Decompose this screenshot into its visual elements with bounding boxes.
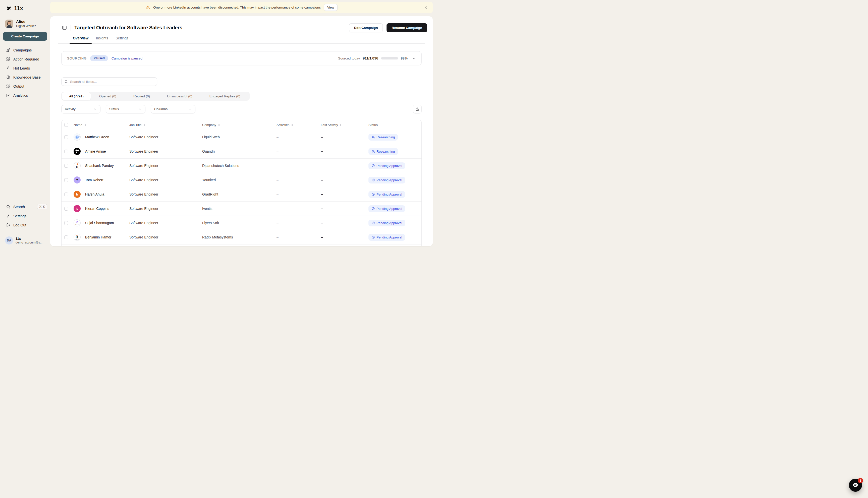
sourcing-percent: 88% xyxy=(401,56,407,60)
lead-activities: – xyxy=(276,235,321,239)
lead-company: Radix Metasystems xyxy=(202,235,276,239)
status-badge: Pending Approval xyxy=(368,177,405,183)
status-label: Researching xyxy=(376,149,395,153)
columns-dropdown[interactable]: Columns xyxy=(151,105,195,114)
filter-tabs: All (7791) Opened (0) Replied (0) Unsucc… xyxy=(61,92,250,101)
edit-campaign-button[interactable]: Edit Campaign xyxy=(349,23,383,32)
sidebar-item-action-required[interactable]: Action Required xyxy=(0,55,50,64)
table-row[interactable]: R RADIX Benjamin Hamor Software Engineer… xyxy=(62,230,422,245)
row-checkbox[interactable] xyxy=(64,235,68,239)
column-header-name[interactable]: Name xyxy=(74,123,129,127)
row-checkbox[interactable] xyxy=(64,193,68,196)
tab-insights[interactable]: Insights xyxy=(96,36,108,43)
sidebar-item-label: Search xyxy=(13,205,25,209)
lead-name: Benjamin Hamor xyxy=(85,235,111,239)
sliders-icon xyxy=(6,214,11,218)
column-header-activities[interactable]: Activities xyxy=(276,123,321,127)
lead-activities: – xyxy=(276,192,321,196)
sidebar-item-settings[interactable]: Settings xyxy=(0,212,50,221)
column-header-last-activity[interactable]: Last Activity xyxy=(321,123,368,127)
table-row[interactable]: b Harsh Ahuja Software Engineer GradRigh… xyxy=(62,187,422,201)
row-checkbox[interactable] xyxy=(64,221,68,225)
row-checkbox[interactable] xyxy=(64,135,68,139)
sidebar-footer: Search ⌘ K Settings Log Out DA xyxy=(0,202,50,249)
banner-close-button[interactable] xyxy=(423,4,429,10)
panel-toggle-icon[interactable] xyxy=(62,25,67,30)
campaign-header: Targeted Outreach for Software Sales Lea… xyxy=(50,16,433,32)
lead-job-title: Software Engineer xyxy=(129,221,202,225)
sidebar-item-analytics[interactable]: Analytics xyxy=(0,91,50,100)
status-label: Pending Approval xyxy=(376,235,402,239)
status-label: Pending Approval xyxy=(376,178,402,182)
sidebar-item-label: Log Out xyxy=(13,223,26,227)
table-row[interactable]: D Shashank Pandey Software Engineer Dipa… xyxy=(62,159,422,173)
sidebar-nav: Campaigns Action Required Hot Leads xyxy=(0,46,50,100)
alice-avatar xyxy=(5,19,13,28)
main-area: One or more LinkedIn accounts have been … xyxy=(50,0,434,249)
sidebar-item-knowledge-base[interactable]: Knowledge Base xyxy=(0,73,50,82)
filter-replied[interactable]: Replied (0) xyxy=(125,92,158,100)
sidebar-item-hot-leads[interactable]: Hot Leads xyxy=(0,64,50,73)
overview-content: SOURCING Paused Campaign is paused Sourc… xyxy=(50,44,433,246)
dropdown-label: Status xyxy=(109,107,119,111)
linkedin-warning-banner: One or more LinkedIn accounts have been … xyxy=(50,2,433,13)
sourcing-status-bar: SOURCING Paused Campaign is paused Sourc… xyxy=(61,51,422,65)
sidebar-item-campaigns[interactable]: Campaigns xyxy=(0,46,50,55)
svg-text:R: R xyxy=(76,235,78,239)
sidebar-item-label: Settings xyxy=(13,214,26,218)
table-controls: Activity Status Columns xyxy=(61,105,422,114)
table-row[interactable]: Amine Amine Software Engineer Quandri – … xyxy=(62,144,422,159)
sort-icon xyxy=(83,123,87,127)
brand-name: 11x xyxy=(14,5,23,12)
column-header-job-title[interactable]: Job Title xyxy=(129,123,202,127)
tab-overview[interactable]: Overview xyxy=(73,36,88,43)
column-header-company[interactable]: Company xyxy=(202,123,276,127)
status-badge: Researching xyxy=(368,148,398,155)
row-checkbox[interactable] xyxy=(64,149,68,153)
filter-opened[interactable]: Opened (0) xyxy=(91,92,125,100)
tab-settings[interactable]: Settings xyxy=(116,36,129,43)
table-row[interactable]: Matthew Green Software Engineer Liquid W… xyxy=(62,130,422,144)
filter-all[interactable]: All (7791) xyxy=(62,92,91,100)
11x-logo-icon xyxy=(5,5,12,12)
column-header-status[interactable]: Status xyxy=(368,123,422,127)
lead-last-activity: -- xyxy=(321,163,368,168)
filter-unsuccessful[interactable]: Unsuccessful (0) xyxy=(158,92,201,100)
lead-job-title: Software Engineer xyxy=(129,235,202,239)
download-button[interactable] xyxy=(413,105,422,114)
select-all-checkbox[interactable] xyxy=(64,123,68,127)
activity-dropdown[interactable]: Activity xyxy=(61,105,101,114)
sourcing-progress-bar xyxy=(381,57,398,60)
dropdown-label: Columns xyxy=(154,107,168,111)
lead-last-activity: -- xyxy=(321,221,368,225)
table-row[interactable]: Y Tom Robert Software Engineer Younited … xyxy=(62,173,422,187)
search-input[interactable] xyxy=(70,80,154,83)
sidebar-item-logout[interactable]: Log Out xyxy=(0,221,50,230)
lead-job-title: Software Engineer xyxy=(129,178,202,182)
chevron-down-icon xyxy=(138,107,142,111)
digital-worker-profile: Alice Digital Worker xyxy=(0,12,50,28)
filter-engaged-replies[interactable]: Engaged Replies (0) xyxy=(201,92,249,100)
chevron-down-icon[interactable] xyxy=(412,56,416,60)
create-campaign-button[interactable]: Create Campaign xyxy=(3,32,47,41)
avatar xyxy=(74,148,81,155)
avatar xyxy=(74,133,81,141)
row-checkbox[interactable] xyxy=(64,207,68,211)
dropdown-label: Activity xyxy=(65,107,76,111)
row-checkbox[interactable] xyxy=(64,164,68,168)
account-info[interactable]: DA 11x demo_account@s... xyxy=(0,236,50,249)
sidebar-item-output[interactable]: Output xyxy=(0,82,50,91)
sidebar-item-search[interactable]: Search ⌘ K xyxy=(0,202,50,212)
table-row[interactable]: iv Kieran Coppins Software Engineer Iven… xyxy=(62,201,422,216)
logout-icon xyxy=(6,223,11,227)
table-row[interactable]: Flyers Soft Sujai Shanmugam Software Eng… xyxy=(62,216,422,230)
lead-name: Shashank Pandey xyxy=(85,163,114,168)
campaign-paused-link[interactable]: Campaign is paused xyxy=(112,56,142,60)
lead-activities: – xyxy=(276,221,321,225)
row-checkbox[interactable] xyxy=(64,178,68,182)
brain-icon xyxy=(6,75,11,80)
status-dropdown[interactable]: Status xyxy=(106,105,145,114)
resume-campaign-button[interactable]: Resume Campaign xyxy=(387,23,427,32)
banner-view-button[interactable]: View xyxy=(324,4,338,11)
close-icon xyxy=(424,5,428,9)
